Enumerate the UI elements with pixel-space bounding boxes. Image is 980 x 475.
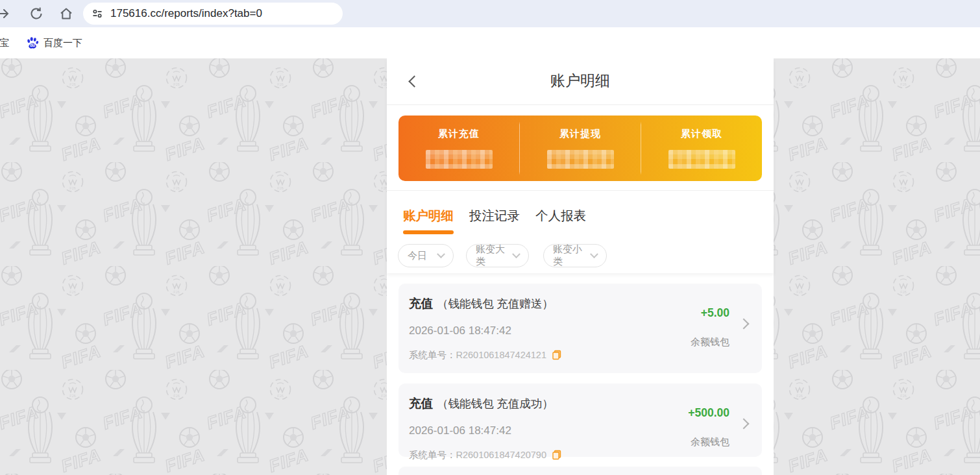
page-title: 账户明细 xyxy=(387,71,774,91)
chevron-down-icon xyxy=(590,250,598,258)
redacted-amount xyxy=(668,150,735,169)
order-number: R2601061847424121 xyxy=(456,350,547,360)
baidu-paw-icon: du xyxy=(26,36,39,49)
transaction-type: 充值 xyxy=(409,297,433,311)
panel-header: 账户明细 xyxy=(387,58,774,105)
order-number-label: 系统单号： xyxy=(409,450,456,460)
summary-card: 累计充值 累计提现 累计领取 xyxy=(398,116,762,181)
summary-label: 累计充值 xyxy=(398,128,519,140)
transaction-amount-block: +5.00 余额钱包 xyxy=(691,307,729,347)
transaction-info: 充值 （钱能钱包 充值赠送） 2026-01-06 18:47:42 系统单号：… xyxy=(409,297,562,360)
chevron-down-icon xyxy=(437,250,445,258)
summary-total-withdraw: 累计提现 xyxy=(519,116,641,181)
tab-bar: 账户明细 投注记录 个人报表 xyxy=(403,206,586,234)
transaction-datetime: 2026-01-06 18:47:42 xyxy=(409,325,562,337)
bookmark-baidu-label: 百度一下 xyxy=(43,37,82,49)
transaction-row[interactable]: 充值 （钱能钱包 充值赠送） 2026-01-06 18:47:42 系统单号：… xyxy=(398,284,762,373)
panel-top-section: 账户明细 累计充值 累计提现 累计领取 xyxy=(387,58,774,273)
chevron-right-icon[interactable] xyxy=(739,419,750,430)
filter-major-category-dropdown[interactable]: 账变大类 xyxy=(466,244,529,267)
transaction-row[interactable]: 充值 （钱能钱包 充值成功） 2026-01-06 18:47:42 系统单号：… xyxy=(398,384,762,457)
transaction-amount: +500.00 xyxy=(688,407,729,419)
transaction-type: 充值 xyxy=(409,396,433,411)
account-panel: 账户明细 累计充值 累计提现 累计领取 xyxy=(387,58,774,475)
section-divider xyxy=(387,190,774,191)
summary-label: 累计提现 xyxy=(520,128,641,140)
tab-label: 投注记录 xyxy=(469,206,520,225)
filter-label: 今日 xyxy=(408,250,427,262)
tab-personal-report[interactable]: 个人报表 xyxy=(535,206,586,234)
browser-toolbar: 175616.cc/reports/index?tab=0 xyxy=(0,0,980,27)
copy-icon[interactable] xyxy=(552,350,562,360)
transaction-subtype: （钱能钱包 充值赠送） xyxy=(437,297,554,311)
redacted-amount xyxy=(426,150,493,169)
transaction-amount-block: +500.00 余额钱包 xyxy=(688,407,729,447)
bookmark-taobao-label: 淘宝 xyxy=(0,37,9,49)
svg-text:du: du xyxy=(30,43,35,47)
tab-label: 账户明细 xyxy=(403,206,454,225)
tab-label: 个人报表 xyxy=(535,206,586,225)
summary-total-recharge: 累计充值 xyxy=(398,116,519,181)
transaction-wallet: 余额钱包 xyxy=(688,437,729,447)
forward-icon[interactable] xyxy=(0,6,11,21)
filter-date-dropdown[interactable]: 今日 xyxy=(398,244,454,267)
chevron-right-icon[interactable] xyxy=(739,319,750,330)
bookmarks-bar: 淘宝 du 百度一下 xyxy=(0,27,980,58)
summary-total-claimed: 累计领取 xyxy=(641,116,762,181)
refresh-icon[interactable] xyxy=(29,6,44,21)
page-body: F26 FIFA xyxy=(0,58,980,475)
transaction-info: 充值 （钱能钱包 充值成功） 2026-01-06 18:47:42 系统单号：… xyxy=(409,396,562,460)
copy-icon[interactable] xyxy=(552,450,562,460)
transaction-amount: +5.00 xyxy=(691,307,729,319)
url-text[interactable]: 175616.cc/reports/index?tab=0 xyxy=(110,7,262,20)
tab-account-details[interactable]: 账户明细 xyxy=(403,206,454,234)
order-number: R2601061847420790 xyxy=(456,450,547,460)
site-settings-icon[interactable] xyxy=(92,8,103,19)
active-tab-underline xyxy=(403,230,454,234)
summary-label: 累计领取 xyxy=(641,128,762,140)
filter-bar: 今日 账变大类 账变小类 xyxy=(398,244,607,267)
transaction-datetime: 2026-01-06 18:47:42 xyxy=(409,425,562,437)
filter-minor-category-dropdown[interactable]: 账变小类 xyxy=(543,244,607,267)
filter-label: 账变大类 xyxy=(476,243,513,268)
address-bar[interactable]: 175616.cc/reports/index?tab=0 xyxy=(83,3,343,25)
transaction-row-partial[interactable] xyxy=(398,467,762,475)
transaction-subtype: （钱能钱包 充值成功） xyxy=(437,396,554,411)
home-icon[interactable] xyxy=(58,6,74,21)
screen: 175616.cc/reports/index?tab=0 淘宝 du 百度一下 xyxy=(0,0,980,475)
filter-label: 账变小类 xyxy=(553,243,591,268)
bookmark-taobao[interactable]: 淘宝 xyxy=(0,37,9,49)
bookmark-baidu[interactable]: du 百度一下 xyxy=(26,36,82,49)
order-number-label: 系统单号： xyxy=(409,350,456,360)
tab-bet-records[interactable]: 投注记录 xyxy=(469,206,520,234)
transaction-wallet: 余额钱包 xyxy=(691,337,729,347)
redacted-amount xyxy=(547,150,614,169)
